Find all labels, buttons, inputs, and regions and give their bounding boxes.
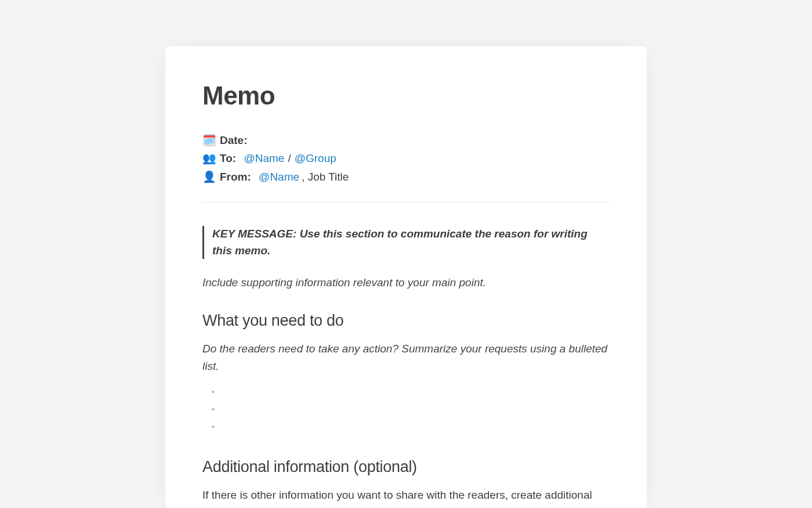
from-label: From: [220, 168, 251, 186]
to-mention-group[interactable]: @Group [295, 149, 336, 167]
to-mention-name[interactable]: @Name [244, 149, 284, 167]
list-item[interactable] [212, 420, 610, 437]
key-message-block[interactable]: KEY MESSAGE: Use this section to communi… [202, 226, 610, 259]
additional-body[interactable]: If there is other information you want t… [202, 487, 610, 508]
to-label: To: [220, 149, 236, 167]
action-bullet-list[interactable] [202, 385, 610, 437]
key-message-text[interactable]: KEY MESSAGE: Use this section to communi… [212, 226, 610, 259]
date-label: Date: [220, 131, 248, 149]
list-item[interactable] [212, 402, 610, 420]
meta-from-row[interactable]: 👤 From: @Name, Job Title [202, 168, 610, 186]
list-item[interactable] [212, 385, 610, 402]
calendar-icon: 🗓️ [202, 131, 216, 149]
action-heading[interactable]: What you need to do [202, 312, 610, 330]
action-prompt[interactable]: Do the readers need to take any action? … [202, 340, 610, 374]
person-icon: 👤 [202, 168, 216, 186]
people-icon: 👥 [202, 149, 216, 167]
supporting-text[interactable]: Include supporting information relevant … [202, 274, 610, 291]
from-mention-name[interactable]: @Name [259, 168, 299, 186]
meta-to-row[interactable]: 👥 To: @Name / @Group [202, 149, 610, 167]
additional-heading[interactable]: Additional information (optional) [202, 458, 610, 476]
document-title[interactable]: Memo [202, 81, 610, 110]
divider [202, 202, 610, 203]
memo-document[interactable]: Memo 🗓️ Date: 👥 To: @Name / @Group 👤 Fro… [165, 46, 647, 508]
to-separator: / [288, 149, 291, 167]
meta-date-row[interactable]: 🗓️ Date: [202, 131, 610, 149]
from-suffix: , Job Title [302, 168, 349, 186]
meta-block: 🗓️ Date: 👥 To: @Name / @Group 👤 From: @N… [202, 131, 610, 186]
